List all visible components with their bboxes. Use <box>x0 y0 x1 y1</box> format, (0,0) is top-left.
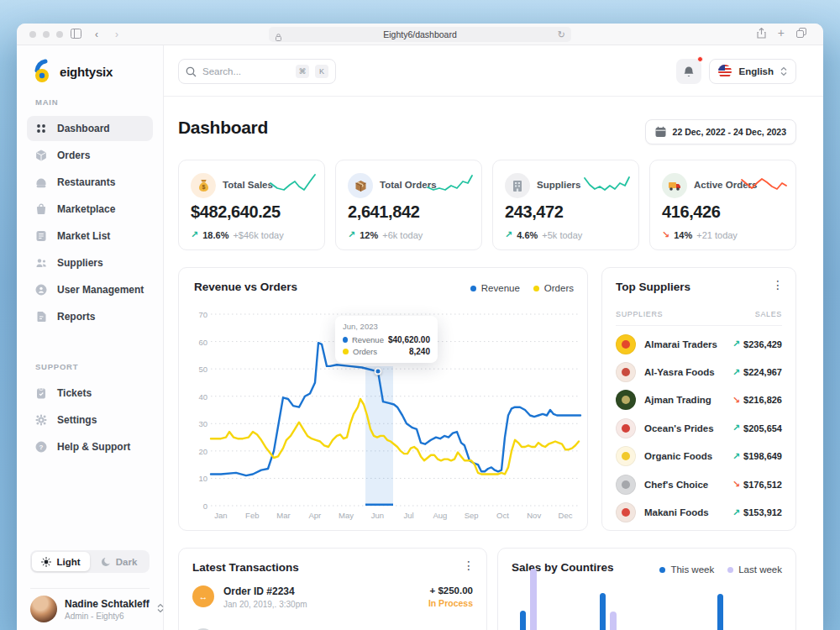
stat-value: 2,641,842 <box>348 202 419 222</box>
sparkline-chart <box>584 173 630 195</box>
dashboard-icon <box>35 123 47 134</box>
address-bar[interactable]: Eighty6/dashboard ↻ <box>269 27 571 42</box>
bar-this-week[interactable] <box>520 611 526 630</box>
share-icon[interactable] <box>757 28 766 42</box>
sidebar-item-label: User Management <box>57 284 144 296</box>
transfer-arrow-icon: ↔ <box>192 585 214 607</box>
supplier-row[interactable]: Chef's Choice↘$176,512 <box>616 470 782 498</box>
moon-icon <box>101 557 111 567</box>
sidebar-item-label: Reports <box>57 311 95 323</box>
notifications-button[interactable] <box>676 59 701 84</box>
date-range-label: 22 Dec, 2022 - 24 Dec, 2023 <box>673 127 786 137</box>
brand-logo-icon <box>32 59 54 84</box>
bar-chart-plot[interactable] <box>498 549 795 630</box>
stat-delta: 12% <box>360 230 378 240</box>
x-axis-tick-label: Jul <box>395 511 423 520</box>
main-nav: Dashboard Orders Restaurants Marketplace… <box>27 116 153 331</box>
chart-marker-dot <box>375 368 382 375</box>
suppliers-list: Almarai Traders↗$236,429 Al-Yasra Foods↗… <box>616 330 782 527</box>
supplier-row[interactable]: Makani Foods↗$153,912 <box>616 498 782 526</box>
back-icon[interactable]: ‹ <box>95 28 98 41</box>
sidebar-item-market-list[interactable]: Market List <box>27 223 153 249</box>
supplier-row[interactable]: Ocean's Prides↗$205,654 <box>616 414 782 442</box>
supplier-row[interactable]: Ajman Trading↘$216,826 <box>616 386 782 414</box>
suppliers-column-headers: SUPPLIERS SALES <box>616 310 782 318</box>
new-tab-icon[interactable]: + <box>778 26 785 39</box>
kebab-menu-icon[interactable]: ⋮ <box>463 559 475 572</box>
supplier-logo <box>616 334 636 354</box>
transaction-row[interactable]: ↔ Order ID #2234 Jan 20, 2019,. 3:30pm +… <box>192 585 473 609</box>
calendar-icon <box>655 126 666 138</box>
date-range-picker[interactable]: 22 Dec, 2022 - 24 Dec, 2023 <box>645 119 796 144</box>
us-flag-icon <box>718 65 732 78</box>
bar-last-week[interactable] <box>530 569 537 630</box>
theme-toggle[interactable]: Light Dark <box>30 550 150 573</box>
supplier-row[interactable]: Organic Foods↗$198,649 <box>616 443 782 470</box>
kebab-menu-icon[interactable]: ⋮ <box>772 278 784 291</box>
theme-dark-button[interactable]: Dark <box>90 552 148 571</box>
y-axis-tick-label: 0 <box>187 501 207 511</box>
sidebar-toggle-icon[interactable] <box>71 29 81 42</box>
market-list-icon <box>35 230 47 242</box>
stat-card-total-sales: $ Total Sales $482,640.25 ↗ 18.6% +$46k … <box>178 160 325 250</box>
search-bar[interactable]: ⌘ K <box>178 59 336 84</box>
bar-this-week[interactable] <box>600 593 606 630</box>
supplier-sales: $224,967 <box>743 367 782 377</box>
window-controls[interactable] <box>29 31 63 38</box>
bar-this-week[interactable] <box>717 594 723 630</box>
language-selector[interactable]: English <box>709 59 796 84</box>
supplier-row[interactable]: Al-Yasra Foods↗$224,967 <box>616 358 782 386</box>
sidebar-item-dashboard[interactable]: Dashboard <box>27 116 153 141</box>
line-chart-plot[interactable]: Jun, 2023 Revenue$40,620.00 Orders8,240 … <box>211 314 580 506</box>
sidebar-item-user-management[interactable]: User Management <box>27 277 153 302</box>
help-icon: ? <box>35 441 47 453</box>
sidebar-item-orders[interactable]: Orders <box>27 143 153 168</box>
sidebar-item-restaurants[interactable]: Restaurants <box>27 170 153 195</box>
supplier-row[interactable]: Almarai Traders↗$236,429 <box>616 330 782 358</box>
x-axis-tick-label: Oct <box>488 511 517 520</box>
stat-card-suppliers: Suppliers 243,472 ↗ 4.6% +5k today <box>492 160 639 250</box>
close-window-icon[interactable] <box>29 31 36 38</box>
reload-icon[interactable]: ↻ <box>558 27 565 42</box>
supplier-sales: $216,826 <box>743 395 782 405</box>
trend-arrow-icon: ↗ <box>191 229 198 240</box>
section-label-main: MAIN <box>35 97 58 107</box>
sidebar-item-tickets[interactable]: Tickets <box>27 381 153 406</box>
sidebar-item-reports[interactable]: Reports <box>27 304 153 329</box>
trend-arrow-icon: ↗ <box>348 229 355 240</box>
supplier-name: Ocean's Prides <box>644 423 714 433</box>
sidebar-item-label: Restaurants <box>57 176 115 188</box>
supplier-logo <box>616 475 636 495</box>
theme-light-button[interactable]: Light <box>32 552 90 571</box>
sidebar-item-settings[interactable]: Settings <box>27 407 153 433</box>
sparkline-chart <box>741 173 787 195</box>
stat-delta: 4.6% <box>517 230 538 240</box>
sidebar-item-suppliers[interactable]: Suppliers <box>27 250 153 276</box>
transactions-title: Latest Transactions <box>192 561 299 574</box>
supplier-sales: $153,912 <box>743 507 782 517</box>
sidebar-item-marketplace[interactable]: Marketplace <box>27 197 153 222</box>
user-menu[interactable]: Nadine Schtakleff Admin - Eighty6 <box>30 596 155 622</box>
sidebar-item-label: Market List <box>57 230 110 242</box>
tooltip-value: $40,620.00 <box>388 335 430 344</box>
col-sales: SALES <box>755 310 782 318</box>
supplier-name: Al-Yasra Foods <box>644 367 715 377</box>
minimize-window-icon[interactable] <box>43 31 50 38</box>
col-suppliers: SUPPLIERS <box>616 310 663 318</box>
sun-icon <box>41 557 51 567</box>
brand[interactable]: eightysix <box>32 59 113 84</box>
tab-overview-icon[interactable] <box>796 28 806 41</box>
tooltip-label: Orders <box>353 347 377 356</box>
shortcut-cmd-key: ⌘ <box>296 65 309 78</box>
bar-last-week[interactable] <box>610 612 617 630</box>
stat-delta: 14% <box>674 230 692 240</box>
forward-icon[interactable]: › <box>115 28 118 41</box>
zoom-window-icon[interactable] <box>56 31 63 38</box>
search-input[interactable] <box>202 66 290 76</box>
tooltip-label: Revenue <box>352 335 384 344</box>
stat-label: Suppliers <box>537 180 580 190</box>
stat-card-total-orders: Total Orders 2,641,842 ↗ 12% +6k today <box>335 160 482 250</box>
chevron-updown-icon <box>157 601 164 617</box>
sidebar-item-help[interactable]: ? Help & Support <box>27 434 153 459</box>
url-text: Eighty6/dashboard <box>383 29 457 39</box>
